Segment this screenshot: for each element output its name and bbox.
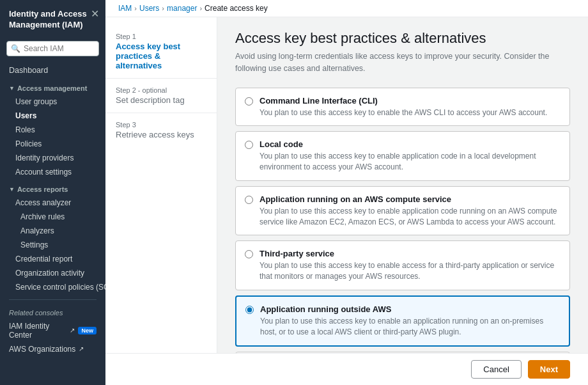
breadcrumb-users[interactable]: Users xyxy=(139,4,159,13)
sidebar: Identity and AccessManagement (IAM) ✕ 🔍 … xyxy=(0,0,105,385)
sidebar-divider xyxy=(9,299,97,300)
page-subtitle: Avoid using long-term credentials like a… xyxy=(235,51,570,75)
search-icon: 🔍 xyxy=(11,44,20,53)
option-third-party-title: Third-party service xyxy=(259,249,561,258)
sidebar-item-users[interactable]: Users xyxy=(0,109,105,123)
sidebar-item-user-groups[interactable]: User groups xyxy=(0,95,105,109)
breadcrumb-sep-3: › xyxy=(199,4,202,12)
sidebar-header: Identity and AccessManagement (IAM) ✕ xyxy=(0,0,105,37)
sidebar-item-organization-activity[interactable]: Organization activity xyxy=(0,266,105,280)
steps-panel: Step 1 Access key best practices & alter… xyxy=(105,17,217,353)
section-arrow-icon-2: ▼ xyxy=(9,186,15,192)
option-outside-aws[interactable]: Application running outside AWS You plan… xyxy=(235,295,570,347)
iam-identity-center-label: IAM Identity Center xyxy=(9,322,66,340)
next-button[interactable]: Next xyxy=(528,360,570,379)
option-outside-aws-title: Application running outside AWS xyxy=(260,304,560,314)
step-3-label: Step 3 xyxy=(116,121,206,129)
sidebar-section-access-management[interactable]: ▼ Access management xyxy=(0,78,105,95)
sidebar-title: Identity and AccessManagement (IAM) xyxy=(9,9,87,31)
sidebar-item-iam-identity-center[interactable]: IAM Identity Center ↗ New xyxy=(0,319,105,342)
option-aws-compute[interactable]: Application running on an AWS compute se… xyxy=(235,186,570,236)
option-cli-title: Command Line Interface (CLI) xyxy=(259,96,547,106)
option-aws-compute-desc: You plan to use this access key to enabl… xyxy=(259,206,561,228)
wizard-container: Step 1 Access key best practices & alter… xyxy=(105,17,588,353)
radio-outside-aws[interactable] xyxy=(245,306,254,314)
sidebar-item-service-control-policies[interactable]: Service control policies (SCPs) xyxy=(0,280,105,294)
sidebar-item-policies[interactable]: Policies xyxy=(0,137,105,151)
option-third-party[interactable]: Third-party service You plan to use this… xyxy=(235,240,570,290)
option-cli[interactable]: Command Line Interface (CLI) You plan to… xyxy=(235,88,570,127)
option-outside-aws-content: Application running outside AWS You plan… xyxy=(260,304,560,338)
step-2-title: Set description tag xyxy=(116,95,206,105)
related-consoles-label: Related consoles xyxy=(0,305,105,319)
main-content: IAM › Users › manager › Create access ke… xyxy=(105,0,588,385)
section-label-2: Access reports xyxy=(17,185,68,193)
sidebar-section-access-reports[interactable]: ▼ Access reports xyxy=(0,179,105,196)
step-divider-2 xyxy=(105,113,217,113)
option-outside-aws-desc: You plan to use this access key to enabl… xyxy=(260,316,560,338)
step-3-title: Retrieve access keys xyxy=(116,130,206,139)
breadcrumb-sep-1: › xyxy=(134,4,137,12)
sidebar-item-analyzers[interactable]: Analyzers xyxy=(0,224,105,238)
option-local-code-title: Local code xyxy=(259,139,561,149)
radio-cli[interactable] xyxy=(245,97,253,106)
option-local-code-content: Local code You plan to use this access k… xyxy=(259,139,561,173)
section-label: Access management xyxy=(17,84,87,92)
option-cli-content: Command Line Interface (CLI) You plan to… xyxy=(259,96,547,118)
option-cli-desc: You plan to use this access key to enabl… xyxy=(259,107,547,118)
external-link-icon: ↗ xyxy=(70,327,75,334)
breadcrumb-iam[interactable]: IAM xyxy=(118,4,132,13)
breadcrumb-current: Create access key xyxy=(205,4,268,13)
aws-organizations-label: AWS Organizations xyxy=(9,345,75,354)
option-third-party-desc: You plan to use this access key to enabl… xyxy=(259,260,561,282)
sidebar-item-settings[interactable]: Settings xyxy=(0,238,105,252)
breadcrumb-manager[interactable]: manager xyxy=(167,4,197,13)
step-1-title: Access key best practices & alternatives xyxy=(116,42,206,70)
content-panel: Access key best practices & alternatives… xyxy=(217,17,588,353)
radio-aws-compute[interactable] xyxy=(245,196,253,204)
cancel-button[interactable]: Cancel xyxy=(471,360,521,379)
breadcrumb: IAM › Users › manager › Create access ke… xyxy=(105,0,588,17)
sidebar-search-container: 🔍 xyxy=(6,41,99,56)
new-badge: New xyxy=(78,327,97,334)
option-third-party-content: Third-party service You plan to use this… xyxy=(259,249,561,282)
footer: Cancel Next xyxy=(105,353,588,385)
step-3-item: Step 3 Retrieve access keys xyxy=(105,116,217,145)
option-aws-compute-content: Application running on an AWS compute se… xyxy=(259,194,561,228)
option-aws-compute-title: Application running on an AWS compute se… xyxy=(259,194,561,204)
sidebar-item-aws-organizations[interactable]: AWS Organizations ↗ xyxy=(0,342,105,356)
option-local-code[interactable]: Local code You plan to use this access k… xyxy=(235,131,570,181)
sidebar-item-account-settings[interactable]: Account settings xyxy=(0,165,105,179)
external-link-icon-2: ↗ xyxy=(79,345,84,352)
sidebar-close-icon[interactable]: ✕ xyxy=(91,8,99,20)
sidebar-item-archive-rules[interactable]: Archive rules xyxy=(0,210,105,224)
breadcrumb-sep-2: › xyxy=(162,4,164,12)
sidebar-item-credential-report[interactable]: Credential report xyxy=(0,252,105,266)
section-arrow-icon: ▼ xyxy=(9,85,15,91)
option-local-code-desc: You plan to use this access key to enabl… xyxy=(259,151,561,173)
sidebar-item-dashboard[interactable]: Dashboard xyxy=(0,63,105,78)
step-2-item: Step 2 - optional Set description tag xyxy=(105,81,217,110)
step-1-label: Step 1 xyxy=(116,33,206,40)
sidebar-item-identity-providers[interactable]: Identity providers xyxy=(0,151,105,165)
sidebar-item-roles[interactable]: Roles xyxy=(0,123,105,137)
step-2-label: Step 2 - optional xyxy=(116,86,206,94)
page-title: Access key best practices & alternatives xyxy=(235,30,570,47)
sidebar-item-access-analyzer[interactable]: Access analyzer xyxy=(0,196,105,210)
radio-third-party[interactable] xyxy=(245,250,253,258)
radio-local-code[interactable] xyxy=(245,141,253,149)
step-1-item: Step 1 Access key best practices & alter… xyxy=(105,28,217,75)
step-divider-1 xyxy=(105,78,217,79)
